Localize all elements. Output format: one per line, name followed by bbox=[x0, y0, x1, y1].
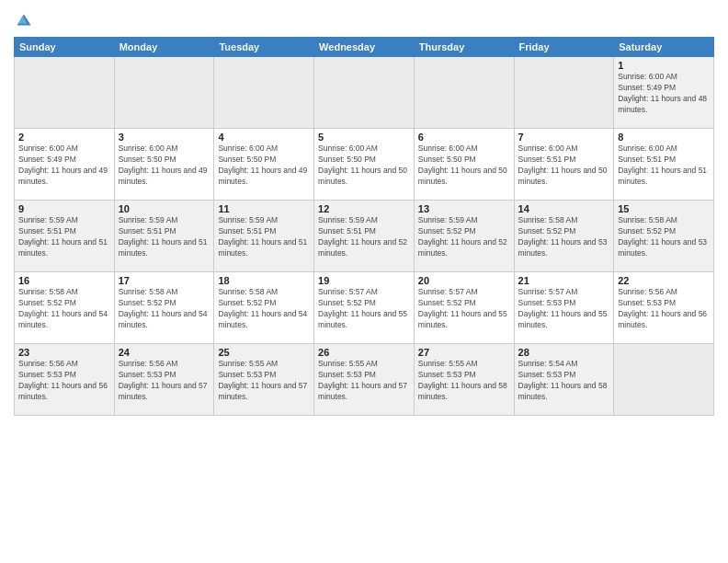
col-header-sunday: Sunday bbox=[15, 38, 115, 57]
day-number: 15 bbox=[618, 203, 710, 214]
day-info: Sunrise: 5:59 AMSunset: 5:51 PMDaylight:… bbox=[318, 215, 410, 259]
col-header-thursday: Thursday bbox=[414, 38, 514, 57]
day-info: Sunrise: 5:58 AMSunset: 5:52 PMDaylight:… bbox=[119, 287, 210, 331]
calendar-table: SundayMondayTuesdayWednesdayThursdayFrid… bbox=[14, 37, 714, 416]
day-info: Sunrise: 5:58 AMSunset: 5:52 PMDaylight:… bbox=[618, 215, 710, 259]
col-header-wednesday: Wednesday bbox=[314, 38, 415, 57]
calendar-day-cell: 26Sunrise: 5:55 AMSunset: 5:53 PMDayligh… bbox=[314, 344, 415, 416]
day-number: 19 bbox=[318, 275, 410, 286]
day-info: Sunrise: 5:59 AMSunset: 5:51 PMDaylight:… bbox=[119, 215, 210, 259]
day-number: 16 bbox=[18, 275, 110, 286]
calendar-day-cell: 6Sunrise: 6:00 AMSunset: 5:50 PMDaylight… bbox=[414, 129, 514, 201]
day-number: 7 bbox=[518, 132, 610, 143]
col-header-friday: Friday bbox=[514, 38, 614, 57]
calendar-day-cell bbox=[15, 57, 115, 129]
day-info: Sunrise: 6:00 AMSunset: 5:50 PMDaylight:… bbox=[318, 144, 410, 188]
calendar-week-row: 9Sunrise: 5:59 AMSunset: 5:51 PMDaylight… bbox=[15, 201, 714, 272]
day-number: 8 bbox=[618, 132, 710, 143]
header bbox=[14, 9, 714, 29]
calendar-day-cell: 9Sunrise: 5:59 AMSunset: 5:51 PMDaylight… bbox=[15, 201, 115, 272]
day-info: Sunrise: 6:00 AMSunset: 5:51 PMDaylight:… bbox=[518, 144, 610, 188]
calendar-day-cell: 16Sunrise: 5:58 AMSunset: 5:52 PMDayligh… bbox=[15, 272, 115, 344]
day-info: Sunrise: 5:57 AMSunset: 5:53 PMDaylight:… bbox=[518, 287, 610, 331]
day-number: 21 bbox=[518, 275, 610, 286]
calendar-day-cell: 20Sunrise: 5:57 AMSunset: 5:52 PMDayligh… bbox=[414, 272, 514, 344]
day-info: Sunrise: 5:59 AMSunset: 5:51 PMDaylight:… bbox=[218, 215, 310, 259]
calendar-day-cell: 5Sunrise: 6:00 AMSunset: 5:50 PMDaylight… bbox=[314, 129, 415, 201]
day-info: Sunrise: 5:55 AMSunset: 5:53 PMDaylight:… bbox=[218, 359, 310, 403]
day-info: Sunrise: 5:59 AMSunset: 5:51 PMDaylight:… bbox=[18, 215, 110, 259]
day-info: Sunrise: 5:56 AMSunset: 5:53 PMDaylight:… bbox=[18, 359, 110, 403]
day-info: Sunrise: 6:00 AMSunset: 5:51 PMDaylight:… bbox=[618, 144, 710, 188]
calendar-week-row: 23Sunrise: 5:56 AMSunset: 5:53 PMDayligh… bbox=[15, 344, 714, 416]
day-number: 27 bbox=[418, 347, 510, 358]
calendar-day-cell bbox=[614, 344, 714, 416]
day-info: Sunrise: 6:00 AMSunset: 5:50 PMDaylight:… bbox=[218, 144, 310, 188]
calendar-day-cell: 10Sunrise: 5:59 AMSunset: 5:51 PMDayligh… bbox=[114, 201, 214, 272]
calendar-day-cell bbox=[214, 57, 314, 129]
calendar-day-cell: 17Sunrise: 5:58 AMSunset: 5:52 PMDayligh… bbox=[114, 272, 214, 344]
calendar-day-cell: 27Sunrise: 5:55 AMSunset: 5:53 PMDayligh… bbox=[414, 344, 514, 416]
day-number: 11 bbox=[218, 203, 310, 214]
col-header-saturday: Saturday bbox=[614, 38, 714, 57]
logo bbox=[14, 13, 32, 29]
calendar-day-cell: 11Sunrise: 5:59 AMSunset: 5:51 PMDayligh… bbox=[214, 201, 314, 272]
calendar-week-row: 2Sunrise: 6:00 AMSunset: 5:49 PMDaylight… bbox=[15, 129, 714, 201]
day-info: Sunrise: 5:56 AMSunset: 5:53 PMDaylight:… bbox=[618, 287, 710, 331]
calendar-week-row: 16Sunrise: 5:58 AMSunset: 5:52 PMDayligh… bbox=[15, 272, 714, 344]
calendar-day-cell: 25Sunrise: 5:55 AMSunset: 5:53 PMDayligh… bbox=[214, 344, 314, 416]
day-info: Sunrise: 5:54 AMSunset: 5:53 PMDaylight:… bbox=[518, 359, 610, 403]
day-info: Sunrise: 5:55 AMSunset: 5:53 PMDaylight:… bbox=[318, 359, 410, 403]
day-number: 5 bbox=[318, 132, 410, 143]
calendar-day-cell: 1Sunrise: 6:00 AMSunset: 5:49 PMDaylight… bbox=[614, 57, 714, 129]
calendar-day-cell: 12Sunrise: 5:59 AMSunset: 5:51 PMDayligh… bbox=[314, 201, 415, 272]
calendar-week-row: 1Sunrise: 6:00 AMSunset: 5:49 PMDaylight… bbox=[15, 57, 714, 129]
day-number: 26 bbox=[318, 347, 410, 358]
calendar-day-cell bbox=[114, 57, 214, 129]
calendar-day-cell: 13Sunrise: 5:59 AMSunset: 5:52 PMDayligh… bbox=[414, 201, 514, 272]
day-number: 3 bbox=[119, 132, 210, 143]
calendar-day-cell: 7Sunrise: 6:00 AMSunset: 5:51 PMDaylight… bbox=[514, 129, 614, 201]
day-number: 9 bbox=[18, 203, 110, 214]
calendar-day-cell: 19Sunrise: 5:57 AMSunset: 5:52 PMDayligh… bbox=[314, 272, 415, 344]
calendar-day-cell bbox=[414, 57, 514, 129]
day-number: 20 bbox=[418, 275, 510, 286]
day-number: 18 bbox=[218, 275, 310, 286]
day-info: Sunrise: 5:58 AMSunset: 5:52 PMDaylight:… bbox=[518, 215, 610, 259]
day-number: 10 bbox=[119, 203, 210, 214]
day-info: Sunrise: 6:00 AMSunset: 5:49 PMDaylight:… bbox=[618, 72, 710, 116]
calendar-day-cell: 15Sunrise: 5:58 AMSunset: 5:52 PMDayligh… bbox=[614, 201, 714, 272]
calendar-day-cell: 21Sunrise: 5:57 AMSunset: 5:53 PMDayligh… bbox=[514, 272, 614, 344]
day-number: 12 bbox=[318, 203, 410, 214]
day-number: 17 bbox=[119, 275, 210, 286]
day-number: 14 bbox=[518, 203, 610, 214]
calendar-day-cell: 3Sunrise: 6:00 AMSunset: 5:50 PMDaylight… bbox=[114, 129, 214, 201]
calendar-day-cell: 4Sunrise: 6:00 AMSunset: 5:50 PMDaylight… bbox=[214, 129, 314, 201]
calendar-day-cell: 8Sunrise: 6:00 AMSunset: 5:51 PMDaylight… bbox=[614, 129, 714, 201]
day-number: 22 bbox=[618, 275, 710, 286]
col-header-monday: Monday bbox=[114, 38, 214, 57]
day-number: 4 bbox=[218, 132, 310, 143]
day-number: 2 bbox=[18, 132, 110, 143]
day-number: 13 bbox=[418, 203, 510, 214]
day-number: 1 bbox=[618, 60, 710, 71]
calendar-day-cell: 22Sunrise: 5:56 AMSunset: 5:53 PMDayligh… bbox=[614, 272, 714, 344]
day-info: Sunrise: 5:55 AMSunset: 5:53 PMDaylight:… bbox=[418, 359, 510, 403]
day-info: Sunrise: 5:56 AMSunset: 5:53 PMDaylight:… bbox=[119, 359, 210, 403]
day-info: Sunrise: 5:58 AMSunset: 5:52 PMDaylight:… bbox=[18, 287, 110, 331]
day-number: 23 bbox=[18, 347, 110, 358]
calendar-header-row: SundayMondayTuesdayWednesdayThursdayFrid… bbox=[15, 38, 714, 57]
day-info: Sunrise: 6:00 AMSunset: 5:49 PMDaylight:… bbox=[18, 144, 110, 188]
day-number: 24 bbox=[119, 347, 210, 358]
day-info: Sunrise: 5:59 AMSunset: 5:52 PMDaylight:… bbox=[418, 215, 510, 259]
day-number: 6 bbox=[418, 132, 510, 143]
calendar-day-cell: 18Sunrise: 5:58 AMSunset: 5:52 PMDayligh… bbox=[214, 272, 314, 344]
calendar-day-cell: 2Sunrise: 6:00 AMSunset: 5:49 PMDaylight… bbox=[15, 129, 115, 201]
day-info: Sunrise: 6:00 AMSunset: 5:50 PMDaylight:… bbox=[119, 144, 210, 188]
day-number: 28 bbox=[518, 347, 610, 358]
calendar-day-cell bbox=[514, 57, 614, 129]
day-info: Sunrise: 5:57 AMSunset: 5:52 PMDaylight:… bbox=[418, 287, 510, 331]
calendar-page: SundayMondayTuesdayWednesdayThursdayFrid… bbox=[0, 0, 728, 563]
calendar-day-cell: 23Sunrise: 5:56 AMSunset: 5:53 PMDayligh… bbox=[15, 344, 115, 416]
day-info: Sunrise: 5:57 AMSunset: 5:52 PMDaylight:… bbox=[318, 287, 410, 331]
